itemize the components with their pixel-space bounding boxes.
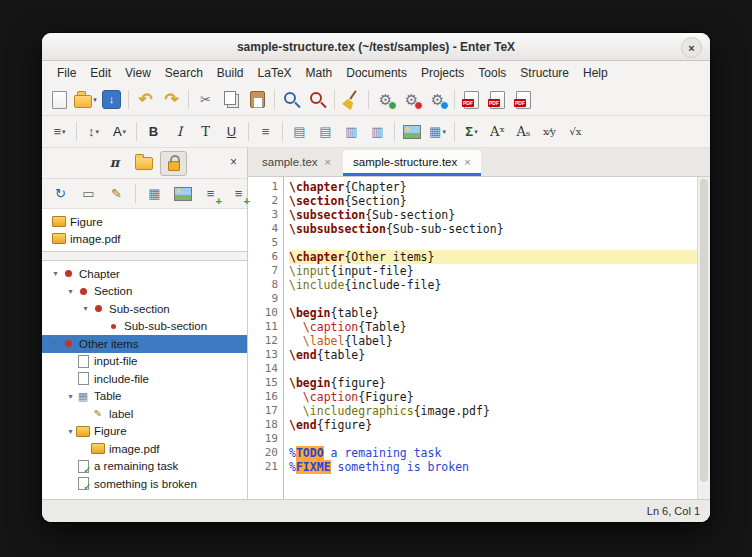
tab-sample-structure-tex[interactable]: sample-structure.tex× (343, 150, 481, 176)
code-line-19[interactable] (289, 432, 697, 446)
font-size-icon[interactable]: A▾ (107, 120, 132, 143)
code-line-15[interactable]: \begin{figure} (289, 376, 697, 390)
tree-item-label[interactable]: label (42, 405, 247, 423)
symbols-panel-icon[interactable]: π (102, 151, 127, 174)
build-log-icon[interactable]: ⚙ (425, 88, 450, 111)
vertical-scrollbar[interactable] (697, 177, 710, 499)
tab-close-icon[interactable]: × (325, 156, 331, 168)
menu-structure[interactable]: Structure (513, 63, 576, 83)
add-section-icon[interactable]: ≡ (226, 182, 251, 205)
refresh-icon[interactable]: ↻ (48, 182, 73, 205)
tree-item-sub-sub-section[interactable]: Sub-sub-section (42, 318, 247, 336)
compile-icon[interactable]: ⚙ (399, 88, 424, 111)
sqrt-icon[interactable]: √x (563, 120, 588, 143)
dropdown-arrow-icon[interactable]: ▾ (95, 128, 99, 136)
file-item-figure[interactable]: Figure (42, 213, 247, 230)
code-line-2[interactable]: \section{Section} (289, 194, 697, 208)
scrollbar-thumb[interactable] (700, 179, 708, 482)
code-line-21[interactable]: %FIXME something is broken (289, 460, 697, 474)
description-icon[interactable]: ▥ (339, 120, 364, 143)
tree-item-sub-section[interactable]: ▾Sub-section (42, 300, 247, 318)
enumerate-icon[interactable]: ▤ (313, 120, 338, 143)
undo-icon[interactable]: ↶ (133, 88, 158, 111)
code-line-7[interactable]: \input{input-file} (289, 264, 697, 278)
line-spacing-icon[interactable]: ↕▾ (81, 120, 106, 143)
expander-icon[interactable]: ▾ (50, 339, 61, 348)
tree-item-something-is-broken[interactable]: something is broken (42, 475, 247, 493)
add-item-icon[interactable]: ≡ (198, 182, 223, 205)
view-pdf-icon[interactable] (459, 88, 484, 111)
find-icon[interactable] (279, 88, 304, 111)
dropdown-arrow-icon[interactable]: ▾ (123, 128, 127, 136)
save-file-icon[interactable]: ↓ (99, 88, 124, 111)
tree-item-input-file[interactable]: input-file (42, 353, 247, 371)
insert-image-icon[interactable] (399, 120, 424, 143)
menu-view[interactable]: View (118, 63, 158, 83)
code-line-16[interactable]: \caption{Figure} (289, 390, 697, 404)
paste-icon[interactable] (245, 88, 270, 111)
code-line-5[interactable] (289, 236, 697, 250)
menu-documents[interactable]: Documents (339, 63, 414, 83)
tree-item-image-pdf[interactable]: image.pdf (42, 440, 247, 458)
clean-icon[interactable] (339, 88, 364, 111)
code-line-3[interactable]: \subsection{Sub-section} (289, 208, 697, 222)
image-icon[interactable] (170, 182, 195, 205)
expander-icon[interactable]: ▾ (80, 304, 91, 313)
open-file-icon[interactable]: ▾ (73, 88, 98, 111)
table-icon[interactable]: ▦ (142, 182, 167, 205)
editor[interactable]: 123456789101112131415161718192021 \chapt… (248, 177, 710, 499)
code-line-9[interactable] (289, 292, 697, 306)
window-close-button[interactable]: × (681, 37, 702, 58)
math-icon[interactable]: Σ▾ (459, 120, 484, 143)
menu-math[interactable]: Math (299, 63, 340, 83)
code-line-11[interactable]: \caption{Table} (289, 320, 697, 334)
italic-icon[interactable]: I (167, 120, 192, 143)
sidebar-close-icon[interactable]: × (230, 155, 237, 169)
dropdown-arrow-icon[interactable]: ▾ (62, 128, 66, 136)
messages-icon[interactable]: ▭ (76, 182, 101, 205)
expander-icon[interactable]: ▾ (65, 427, 76, 436)
cut-icon[interactable]: ✂ (193, 88, 218, 111)
quickbuild-icon[interactable]: ⚙ (373, 88, 398, 111)
center-icon[interactable]: ≡ (253, 120, 278, 143)
code-area[interactable]: \chapter{Chapter}\section{Section}\subse… (284, 177, 697, 499)
tab-sample-tex[interactable]: sample.tex× (252, 150, 341, 176)
quote-icon[interactable]: ▥ (365, 120, 390, 143)
code-line-8[interactable]: \include{include-file} (289, 278, 697, 292)
tree-item-other-items[interactable]: ▾Other items (42, 335, 247, 353)
bold-icon[interactable]: B (141, 120, 166, 143)
fraction-icon[interactable]: x⁄y (537, 120, 562, 143)
code-line-17[interactable]: \includegraphics{image.pdf} (289, 404, 697, 418)
tree-item-chapter[interactable]: ▾Chapter (42, 265, 247, 283)
menu-file[interactable]: File (50, 63, 83, 83)
superscript-icon[interactable]: Aˣ (485, 120, 510, 143)
underline-icon[interactable]: U (219, 120, 244, 143)
tree-item-table[interactable]: ▾Table (42, 388, 247, 406)
code-line-10[interactable]: \begin{table} (289, 306, 697, 320)
insert-table-icon[interactable]: ▦▾ (425, 120, 450, 143)
files-panel-icon[interactable] (131, 151, 156, 174)
expander-icon[interactable]: ▾ (65, 392, 76, 401)
typewriter-icon[interactable]: T (193, 120, 218, 143)
structure-panel-icon[interactable] (160, 151, 187, 176)
redo-icon[interactable]: ↷ (159, 88, 184, 111)
menu-projects[interactable]: Projects (414, 63, 471, 83)
file-item-image-pdf[interactable]: image.pdf (42, 230, 247, 247)
code-line-12[interactable]: \label{label} (289, 334, 697, 348)
new-file-icon[interactable] (47, 88, 72, 111)
expander-icon[interactable]: ▾ (65, 287, 76, 296)
dropdown-arrow-icon[interactable]: ▾ (93, 96, 97, 104)
menu-edit[interactable]: Edit (83, 63, 118, 83)
menu-build[interactable]: Build (210, 63, 251, 83)
code-line-4[interactable]: \subsubsection{Sub-sub-section} (289, 222, 697, 236)
tree-item-figure[interactable]: ▾Figure (42, 423, 247, 441)
menu-tools[interactable]: Tools (471, 63, 513, 83)
tree-item-include-file[interactable]: include-file (42, 370, 247, 388)
code-line-13[interactable]: \end{table} (289, 348, 697, 362)
tree-item-a-remaining-task[interactable]: a remaining task (42, 458, 247, 476)
copy-icon[interactable] (219, 88, 244, 111)
expander-icon[interactable]: ▾ (50, 269, 61, 278)
code-line-20[interactable]: %TODO a remaining task (289, 446, 697, 460)
code-line-14[interactable] (289, 362, 697, 376)
tab-close-icon[interactable]: × (464, 156, 470, 168)
